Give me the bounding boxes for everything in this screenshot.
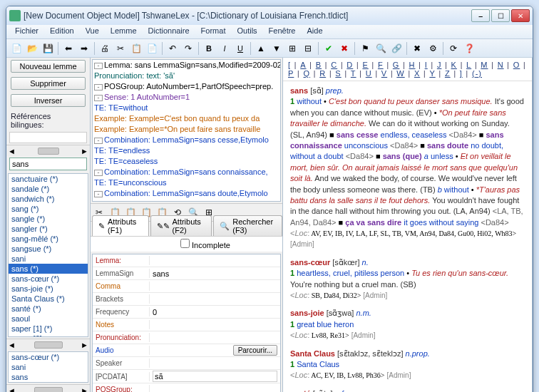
alpha-link[interactable]: C [330,61,338,69]
alpha-link[interactable]: N [497,61,505,69]
tree-node-label[interactable]: TE: TE=ceaseless [94,157,158,165]
tree-node-label[interactable]: Example: Example=C'est bon quand tu peux… [94,114,260,123]
list-item[interactable]: saoul [9,314,88,324]
refs-list[interactable] [9,132,87,143]
related-list[interactable]: sans-cœur (*)sanisans [8,351,88,383]
alpha-link[interactable]: J [436,61,443,69]
alpha-link[interactable]: Y [428,69,436,78]
list1-hscroll[interactable]: ◄► [6,339,90,350]
list-item[interactable]: santé (*) [9,304,88,314]
structure-tree[interactable]: -Lemma: sans LemmaSign=sans,Modified=200… [92,59,281,202]
tree-toggle[interactable]: - [94,170,103,176]
alpha-link[interactable]: A [299,61,307,69]
help-icon[interactable]: ❓ [462,41,476,56]
list-item[interactable]: sans-cœur (*) [9,352,88,362]
tree-down-icon[interactable]: ▼ [270,41,284,56]
alpha-link[interactable]: O [513,61,521,69]
open-icon[interactable]: 📂 [25,41,39,56]
alpha-link[interactable]: [ [287,61,292,69]
alpha-link[interactable]: E [361,61,369,69]
menu-format[interactable]: Format [195,25,232,38]
list-item[interactable]: sang (*) [9,204,88,214]
tree-toggle[interactable]: - [94,95,103,101]
options-icon[interactable]: ⚙ [426,41,440,56]
new-lemma-button[interactable]: Nouveau lemme [11,60,86,73]
alpha-link[interactable]: R [319,69,327,78]
list2-hscroll[interactable]: ◄► [6,384,90,392]
list-item[interactable]: sans [9,372,88,382]
filter-icon[interactable]: ⚑ [358,41,372,56]
tree-node-label[interactable]: TE: TE=unconscious [94,178,167,187]
refs-hscroll[interactable]: ◄► [6,145,90,156]
menu-fichier[interactable]: Fichier [9,25,44,38]
alpha-link[interactable]: B [315,61,322,69]
minimize-button[interactable]: ‒ [471,9,490,22]
alpha-link[interactable]: D [346,61,354,69]
paste-icon[interactable]: 📄 [145,41,159,56]
attr-value[interactable]: 0 [153,308,157,316]
menu-dictionnaire[interactable]: Dictionnaire [143,25,195,38]
tree-node-label[interactable]: Combination: LemmaSign=sans connaissance… [104,167,268,176]
check-icon[interactable]: ✔ [322,41,336,56]
find-icon[interactable]: 🔍 [374,41,388,56]
tree-toggle[interactable]: - [94,84,103,91]
copy-icon[interactable]: 📋 [129,41,143,56]
list-item[interactable]: sandwich (*) [9,194,88,204]
tree-node-label[interactable]: Example: Example=*On peut faire sans tra… [94,125,260,133]
tab-search-f3[interactable]: 🔍Rechercher (F3) [213,215,282,236]
tab-attributes-f2[interactable]: ✎✎Attributs (F2) [150,215,212,236]
list-item[interactable]: sanctuaire (*) [9,174,88,184]
lemma-list[interactable]: sanctuaire (*)sandale (*)sandwich (*)san… [8,173,88,337]
tree-node-label[interactable]: Lemma: sans LemmaSign=sans,Modified=2009… [104,61,281,69]
menu-fenêtre[interactable]: Fenêtre [263,25,302,38]
tree-node-label[interactable]: Combination: LemmaSign=sans cesse,Etymol… [104,135,269,144]
attr-value[interactable]: sans [153,269,169,278]
maximize-button[interactable]: ☐ [491,9,510,22]
undo-icon[interactable]: ↶ [165,41,180,56]
tree-toggle[interactable]: - [94,63,103,69]
tab-attributes-f1[interactable]: ✎Attributs (F1) [92,215,149,236]
alpha-link[interactable]: T [350,69,357,78]
alpha-link[interactable]: K [451,61,458,69]
alpha-link[interactable]: M [480,61,488,69]
menu-outils[interactable]: Outils [231,25,262,38]
titlebar[interactable]: [New Document Object Model] TshwaneLex -… [6,6,533,25]
list-item[interactable]: sans-cœur (*) [9,274,88,284]
print-icon[interactable]: 🖨 [98,41,112,56]
list-item[interactable]: sans (*) [9,264,88,274]
list-item[interactable]: sangle (*) [9,214,88,224]
list-item[interactable]: Santa Claus (*) [9,294,88,304]
tools-icon[interactable]: ✖ [410,41,424,56]
attr-input[interactable] [153,371,277,382]
delete-icon[interactable]: ✖ [337,41,351,56]
alpha-link[interactable]: G [392,61,401,69]
list-item[interactable]: sang-mêlé (*) [9,234,88,244]
search-input[interactable] [9,158,87,170]
tree-node-label[interactable]: TE: TE=endless [94,146,150,155]
list-item[interactable]: sans-joie (*) [9,284,88,294]
tree-node-label[interactable]: Sense: 1 AutoNumber=1 [104,93,190,101]
alpha-link[interactable]: P [287,69,294,78]
alpha-link[interactable]: S [334,69,342,78]
menu-lemme[interactable]: Lemme [105,25,143,38]
tree-node-label[interactable]: POSGroup: AutoNumber=1,PartOfSpeech=prep… [104,82,273,91]
alpha-link[interactable]: I [424,61,428,69]
alpha-link[interactable]: V [381,69,388,78]
alpha-link[interactable]: L [466,61,472,69]
tree-collapse-icon[interactable]: ⊟ [301,41,315,56]
italic-icon[interactable]: I [217,41,232,56]
list-item[interactable]: sangsue (*) [9,244,88,254]
back-icon[interactable]: ⬅ [61,41,76,56]
alpha-link[interactable]: U [365,69,373,78]
list-item[interactable]: sangler (*) [9,224,88,234]
close-button[interactable]: ✕ [511,9,530,22]
alpha-link[interactable]: Q [303,69,312,78]
invert-button[interactable]: Inverser [11,94,86,107]
list-item[interactable]: sani [9,254,88,264]
list-item[interactable]: sandale (*) [9,184,88,194]
underline-icon[interactable]: U [233,41,247,56]
alpha-link[interactable]: ] [459,69,463,78]
tree-node-label[interactable]: TE: TE=no doubt [94,200,153,202]
alpha-link[interactable]: W [396,69,405,78]
tree-node-label[interactable]: Pronunciation: text: 'sã' [94,71,175,80]
